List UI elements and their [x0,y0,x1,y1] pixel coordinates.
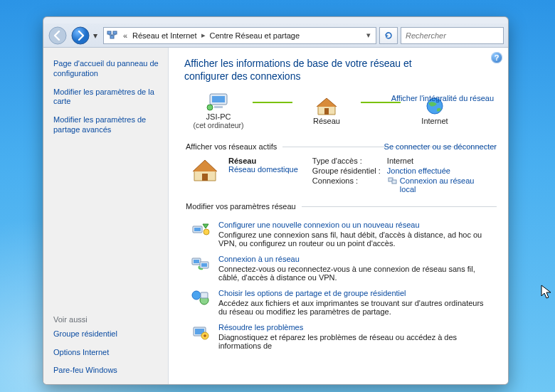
chevron-right-icon: ▸ [200,31,207,40]
task-desc: Accédez aux fichiers et aux imprimantes … [218,299,484,316]
map-node-network[interactable]: Réseau [292,95,361,125]
svg-rect-6 [107,31,111,34]
lan-icon [387,176,397,186]
connect-network-icon [190,255,211,273]
network-map: Afficher l'intégralité du réseau JSI-PC [184,90,497,139]
homegroup-link[interactable]: Jonction effectuée [387,166,485,175]
svg-rect-12 [212,96,225,102]
house-icon [190,157,220,184]
map-node-label: Internet [421,117,448,125]
network-settings-section: Modifier vos paramètres réseau [184,202,497,353]
search-input[interactable] [404,31,506,41]
sharing-options-icon [190,289,211,307]
breadcrumb-item[interactable]: Réseau et Internet [132,31,197,40]
mouse-cursor-icon [541,285,552,300]
network-name: Réseau [228,157,298,165]
breadcrumb-dropdown[interactable]: ▾ [364,31,373,40]
map-node-label: JSI-PC [206,112,231,121]
svg-point-22 [204,229,209,235]
see-also-internet-options[interactable]: Options Internet [53,348,159,358]
network-type-link[interactable]: Réseau domestique [228,165,298,174]
svg-rect-13 [214,106,223,108]
page-title: Afficher les informations de base de vot… [184,58,455,83]
see-also-homegroup[interactable]: Groupe résidentiel [53,329,159,339]
task-title[interactable]: Résoudre les problèmes [218,323,489,332]
homegroup-label: Groupe résidentiel : [312,166,387,175]
back-button[interactable] [48,26,68,46]
svg-rect-21 [194,228,201,231]
connection-line-icon [253,102,292,103]
map-node-label: Réseau [313,117,340,125]
connections-label: Connexions : [312,176,387,185]
network-settings-legend: Modifier vos paramètres réseau [184,202,302,211]
svg-rect-19 [392,180,396,184]
task-desc: Diagnostiquez et réparez les problèmes d… [218,333,457,350]
svg-point-27 [192,291,201,300]
svg-point-14 [207,105,213,110]
access-type-label: Type d'accès : [312,157,387,165]
troubleshoot-icon [190,323,211,341]
computer-icon [206,91,231,112]
svg-rect-29 [201,292,208,298]
address-bar[interactable]: « Réseau et Internet ▸ Centre Réseau et … [103,27,376,44]
sidebar-link-sharing-settings[interactable]: Modifier les paramètres de partage avanc… [53,115,159,135]
sidebar: Page d'accueil du panneau de configurati… [43,48,169,384]
svg-rect-8 [110,36,114,38]
task-connect-network[interactable]: Connexion à un réseau Connectez-vous ou … [184,250,497,285]
svg-rect-24 [194,260,199,263]
forward-button[interactable] [70,26,90,46]
see-also-firewall[interactable]: Pare-feu Windows [53,366,159,376]
task-desc: Connectez-vous ou reconnectez-vous à une… [218,265,475,282]
see-full-map-link[interactable]: Afficher l'intégralité du réseau [391,94,494,102]
connection-link[interactable]: Connexion au réseau local [400,176,485,194]
svg-rect-26 [201,263,207,267]
refresh-button[interactable] [379,27,398,44]
active-networks-legend: Afficher vos réseaux actifs [184,142,282,151]
task-title[interactable]: Connexion à un réseau [218,255,489,263]
active-networks-section: Afficher vos réseaux actifs Se connecter… [184,142,497,198]
breadcrumb-root-chevron[interactable]: « [121,31,130,40]
task-title[interactable]: Choisir les options de partage et de gro… [218,289,489,297]
task-sharing-options[interactable]: Choisir les options de partage et de gro… [184,285,497,319]
sidebar-link-home[interactable]: Page d'accueil du panneau de configurati… [53,59,159,79]
see-also-heading: Voir aussi [53,315,159,324]
setup-connection-icon [190,221,211,239]
svg-point-4 [49,27,66,44]
control-panel-window: ▾ « Réseau et Internet ▸ Centre Réseau e… [43,16,509,385]
connect-disconnect-link[interactable]: Se connecter ou se déconnecter [384,142,497,151]
network-icon [107,30,118,41]
navigation-bar: ▾ « Réseau et Internet ▸ Centre Réseau e… [43,23,508,48]
breadcrumb-item[interactable]: Centre Réseau et partage [210,31,300,40]
svg-rect-15 [324,108,329,115]
task-title[interactable]: Configurer une nouvelle connexion ou un … [218,221,489,229]
task-desc: Configurez une connexion sans fil, haut … [218,231,482,248]
search-box[interactable] [401,27,504,44]
map-node-sublabel: (cet ordinateur) [193,121,243,129]
svg-rect-7 [113,31,117,34]
access-type-value: Internet [387,157,485,165]
sidebar-link-adapter-settings[interactable]: Modifier les paramètres de la carte [53,88,159,107]
task-troubleshoot[interactable]: Résoudre les problèmes Diagnostiquez et … [184,319,497,353]
svg-point-5 [72,27,89,44]
svg-rect-17 [202,174,208,181]
map-node-this-pc[interactable]: JSI-PC (cet ordinateur) [184,91,253,129]
house-icon [314,95,339,117]
task-setup-connection[interactable]: Configurer une nouvelle connexion ou un … [184,216,497,250]
content-pane: ? Afficher les informations de base de v… [169,48,508,384]
help-icon[interactable]: ? [491,52,502,63]
nav-history-dropdown[interactable]: ▾ [93,31,100,41]
